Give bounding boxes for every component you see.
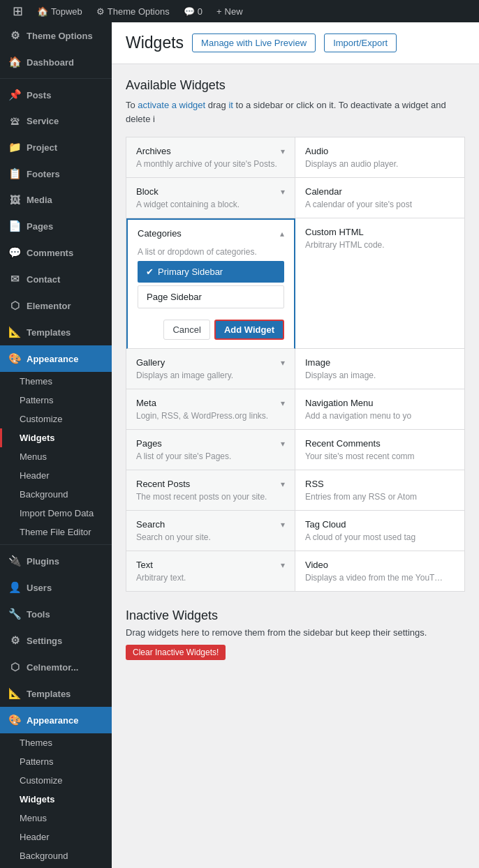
posts-icon: 📌 (8, 89, 21, 101)
sidebar-item-appearance[interactable]: 🎨 Appearance (0, 345, 112, 372)
comment-icon: 💬 (184, 6, 195, 17)
topweb-item[interactable]: 🏠 Topweb (30, 0, 89, 22)
dashboard-icon: 🏠 (8, 56, 21, 68)
widget-meta[interactable]: Meta ▾ Login, RSS, & WordPress.org links… (126, 389, 295, 430)
sidebar-item-pages[interactable]: 📄 Pages (0, 213, 112, 239)
sidebar-item-celnemtor[interactable]: ⬡ Celnemtor... (0, 654, 112, 680)
sidebar-item-elementor[interactable]: ⬡ Elementor (0, 292, 112, 319)
sidebar-subitem-patterns[interactable]: Patterns (0, 391, 112, 410)
sidebar-subitem2-background[interactable]: Background (0, 846, 112, 865)
clear-inactive-button[interactable]: Clear Inactive Widgets! (126, 645, 226, 660)
sidebar-item-appearance2[interactable]: 🎨 Appearance (0, 707, 112, 733)
sidebar-subitem-menus[interactable]: Menus (0, 447, 112, 466)
sidebar-subitem2-header[interactable]: Header (0, 828, 112, 846)
widget-archives[interactable]: Archives ▾ A monthly archive of your sit… (126, 137, 295, 178)
sidebar-subitem2-menus[interactable]: Menus (0, 809, 112, 828)
check-icon: ✔ (146, 267, 154, 277)
comments-icon: 💬 (8, 246, 21, 259)
primary-sidebar-option[interactable]: ✔ Primary Sidebar (138, 261, 284, 283)
description-text: To activate a widget drag it to a sideba… (126, 98, 465, 126)
sidebar-item-footers[interactable]: 📋 Footers (0, 160, 112, 187)
widget-pages[interactable]: Pages ▾ A list of your site's Pages. (126, 430, 295, 470)
divider (0, 78, 112, 79)
sidebar-item-comments[interactable]: 💬 Comments (0, 239, 112, 266)
sidebar-subitem2-themes[interactable]: Themes (0, 733, 112, 752)
sidebar: ⚙ Theme Options 🏠 Dashboard 📌 Posts 🛎 Se… (0, 22, 112, 868)
celnemtor-icon: ⬡ (8, 661, 21, 673)
footers-icon: 📋 (8, 167, 21, 180)
settings-icon: ⚙ (8, 634, 21, 647)
appearance2-icon: 🎨 (8, 714, 21, 726)
chevron-down-icon: ▾ (281, 187, 285, 197)
inactive-widgets-section: Inactive Widgets Drag widgets here to re… (126, 608, 465, 660)
widget-rss[interactable]: RSS Entries from any RSS or Atom (295, 470, 464, 511)
sidebar-item-templates[interactable]: 📐 Templates (0, 319, 112, 345)
sidebar-item-templates2[interactable]: 📐 Templates (0, 680, 112, 707)
sidebar-item-settings[interactable]: ⚙ Settings (0, 627, 112, 654)
chevron-down-icon: ▾ (281, 479, 285, 489)
widget-video[interactable]: Video Displays a video from the me YouTu… (295, 551, 464, 591)
widget-text[interactable]: Text ▾ Arbitrary text. (126, 551, 295, 591)
sidebar-subitem2-patterns[interactable]: Patterns (0, 752, 112, 771)
sidebar-item-users[interactable]: 👤 Users (0, 574, 112, 601)
comments-item[interactable]: 💬 0 (177, 0, 209, 22)
sidebar-item-service[interactable]: 🛎 Service (0, 108, 112, 134)
manage-live-preview-button[interactable]: Manage with Live Preview (192, 33, 316, 52)
service-icon: 🛎 (8, 115, 21, 127)
widget-custom-html[interactable]: Custom HTML Arbitrary HTML code. (295, 218, 464, 349)
widget-recent-comments[interactable]: Recent Comments Your site's most recent … (295, 430, 464, 470)
sidebar-subitem-customize[interactable]: Customize (0, 410, 112, 428)
wp-logo-icon: ⊞ (13, 3, 23, 19)
cancel-button[interactable]: Cancel (163, 320, 209, 340)
sidebar-item-media[interactable]: 🖼 Media (0, 187, 112, 213)
widget-recent-posts[interactable]: Recent Posts ▾ The most recent posts on … (126, 470, 295, 511)
chevron-down-icon: ▾ (281, 439, 285, 449)
sidebar-subitem-themes[interactable]: Themes (0, 372, 112, 391)
widget-image[interactable]: Image Displays an image. (295, 349, 464, 389)
main-content: Widgets Manage with Live Preview Import/… (112, 22, 479, 868)
sidebar-item-contact[interactable]: ✉ Contact (0, 266, 112, 292)
tools-icon: 🔧 (8, 608, 21, 620)
chevron-down-icon: ▾ (281, 398, 285, 408)
sidebar-subitem-background[interactable]: Background (0, 485, 112, 504)
sidebar-subitem-theme-file-editor[interactable]: Theme File Editor (0, 523, 112, 541)
activate-link[interactable]: activate a widget (138, 100, 205, 110)
widget-calendar[interactable]: Calendar A calendar of your site's post (295, 178, 464, 218)
sidebar-item-plugins[interactable]: 🔌 Plugins (0, 548, 112, 574)
import-export-button[interactable]: Import/Export (324, 33, 397, 52)
add-widget-button[interactable]: Add Widget (214, 320, 284, 340)
widget-gallery[interactable]: Gallery ▾ Displays an image gallery. (126, 349, 295, 389)
gear-icon: ⚙ (96, 6, 105, 17)
widget-tag-cloud[interactable]: Tag Cloud A cloud of your most used tag (295, 511, 464, 551)
sidebar-subitem-import-demo[interactable]: Import Demo Data (0, 504, 112, 523)
sidebar-item-project[interactable]: 📁 Project (0, 134, 112, 160)
sidebar-item-posts[interactable]: 📌 Posts (0, 82, 112, 108)
sidebar-subitem2-customize[interactable]: Customize (0, 771, 112, 790)
sidebar-subitem-widgets[interactable]: Widgets (0, 428, 112, 447)
sidebar-item-tools[interactable]: 🔧 Tools (0, 601, 112, 627)
elementor-icon: ⬡ (8, 299, 21, 312)
widget-navigation-menu[interactable]: Navigation Menu Add a navigation menu to… (295, 389, 464, 430)
wp-logo-item[interactable]: ⊞ (6, 0, 30, 22)
widget-search[interactable]: Search ▾ Search on your site. (126, 511, 295, 551)
sidebar-subitem-header[interactable]: Header (0, 466, 112, 485)
widget-block[interactable]: Block ▾ A widget containing a block. (126, 178, 295, 218)
categories-desc: A list or dropdown of categories. (128, 247, 294, 261)
it-link[interactable]: it (228, 100, 233, 110)
sidebar-subitem2-widgets[interactable]: Widgets (0, 790, 112, 809)
sidebar-item-dashboard[interactable]: 🏠 Dashboard (0, 49, 112, 75)
page-header: Widgets Manage with Live Preview Import/… (112, 22, 479, 64)
contact-icon: ✉ (8, 273, 21, 285)
page-title: Widgets (126, 33, 184, 52)
page-sidebar-option[interactable]: Page Sidebar (138, 285, 284, 308)
widgets-grid: Archives ▾ A monthly archive of your sit… (126, 137, 465, 592)
theme-options-item[interactable]: ⚙ Theme Options (89, 0, 177, 22)
widget-actions: Cancel Add Widget (128, 314, 294, 348)
sidebar-item-theme-options[interactable]: ⚙ Theme Options (0, 22, 112, 49)
widget-audio[interactable]: Audio Displays an audio player. (295, 137, 464, 178)
chevron-down-icon: ▾ (281, 520, 285, 530)
new-item[interactable]: + New (209, 0, 250, 22)
inactive-title: Inactive Widgets (126, 608, 465, 623)
widget-categories-expanded[interactable]: Categories ▴ A list or dropdown of categ… (126, 218, 295, 349)
available-widgets-title: Available Widgets (126, 78, 465, 93)
